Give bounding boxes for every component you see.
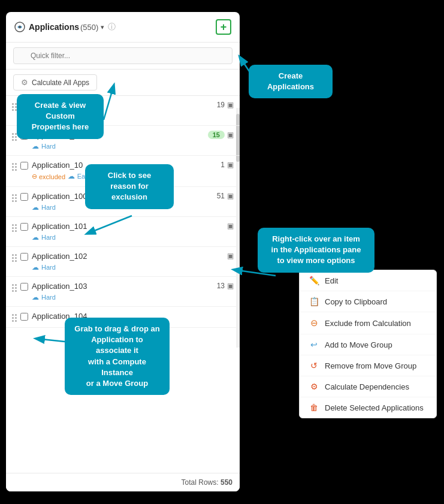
app-info: Application_103 ☁ Hard [32,282,217,301]
table-row: Application_101 ☁ Hard ▣ [6,217,240,247]
drag-handle[interactable] [12,254,17,262]
callout-custom: Create & viewCustomProperties here [17,94,104,139]
menu-label-remove-move: Remove from Move Group [325,361,416,370]
edit-icon: ✏️ [309,276,319,285]
table-row: Application_103 ☁ Hard 13 ▣ [6,277,240,307]
svg-point-1 [19,26,21,28]
cloud-icon: ☁ [32,293,39,301]
search-bar: 🔍 [6,43,240,70]
app-tag: ☁ Hard [32,203,56,212]
cloud-icon: ☁ [68,172,75,180]
app-count: 13 ▣ [217,282,234,290]
drag-handle[interactable] [12,163,17,171]
menu-item-exclude[interactable]: ⊖ Exclude from Calculation [300,312,436,334]
app-list: Application_9 ☁ Hard 19 ▣ Application_1 [6,96,240,458]
count-value: 1 [221,161,225,169]
server-icon: ▣ [227,101,234,109]
menu-item-calc-deps[interactable]: ⚙ Calculate Dependencies [300,376,436,397]
app-checkbox[interactable] [20,162,28,170]
app-count: 51 ▣ [217,192,234,200]
app-checkbox[interactable] [20,253,28,261]
count-value: 19 [217,101,225,109]
app-count: ▣ [227,252,234,260]
menu-label-edit: Edit [325,276,338,285]
menu-item-copy[interactable]: 📋 Copy to Clipboard [300,291,436,312]
menu-item-edit[interactable]: ✏️ Edit [300,270,436,291]
app-checkbox[interactable] [20,193,28,201]
total-rows-bar: Total Rows: 550 [6,473,240,491]
table-row: Application_102 ☁ Hard ▣ [6,247,240,277]
server-icon: ▣ [227,282,234,290]
callout-exclusion: Click to seereason forexclusion [85,164,174,209]
callout-rightclick: Right-click over an itemin the Applicati… [258,228,374,273]
copy-icon: 📋 [309,297,319,306]
server-icon: ▣ [227,252,234,260]
delete-icon: 🗑 [309,403,319,412]
app-count: 15 ▣ [208,131,234,139]
drag-handle[interactable] [12,314,17,322]
app-difficulty: Hard [41,294,56,301]
callout-create: CreateApplications [249,65,333,98]
callout-rightclick-text: Right-click over an itemin the Applicati… [271,234,361,265]
panel-title: Applications [29,22,79,32]
app-checkbox[interactable] [20,313,28,321]
callout-exclusion-text: Click to seereason forexclusion [108,171,151,201]
app-tag: ☁ Hard [32,263,56,271]
drag-handle[interactable] [12,133,17,141]
cloud-icon: ☁ [32,142,39,150]
info-icon[interactable]: ⓘ [108,22,116,32]
app-tag: ☁ Hard [32,142,56,150]
dropdown-arrow-icon[interactable]: ▾ [101,23,104,31]
callout-dragdrop: Grab to drag & drop anApplication to ass… [65,318,170,395]
menu-item-add-move[interactable]: ↩ Add to Move Group [300,334,436,355]
cloud-icon: ☁ [32,263,39,271]
count-badge: 15 [208,131,225,139]
app-count: 19 ▣ [217,101,234,109]
calc-all-label: Calculate All Apps [32,79,89,87]
excluded-tag[interactable]: ⊖ excluded [32,173,65,180]
app-tag: ☁ Hard [32,293,56,301]
drag-handle[interactable] [12,103,17,111]
app-count: ▣ [227,222,234,230]
app-tag: ☁ Hard [32,233,56,242]
menu-item-remove-move[interactable]: ↺ Remove from Move Group [300,355,436,376]
applications-panel: Applications (550) ▾ ⓘ + 🔍 ⚙ Calculate A… [6,12,240,491]
app-info: Application_102 ☁ Hard [32,252,227,271]
callout-custom-text: Create & viewCustomProperties here [32,101,89,131]
callout-dragdrop-text: Grab to drag & drop anApplication to ass… [74,324,159,388]
toolbar: ⚙ Calculate All Apps [6,70,240,96]
calc-deps-icon: ⚙ [309,382,319,391]
server-icon: ▣ [227,131,234,139]
exclude-icon: ⊖ [32,173,37,180]
app-count-label: (550) [80,23,98,32]
app-name: Application_102 [32,252,227,261]
cloud-icon: ☁ [32,233,39,242]
app-name: Application_103 [32,282,217,291]
calculate-all-button[interactable]: ⚙ Calculate All Apps [13,74,97,90]
app-checkbox[interactable] [20,283,28,291]
app-count: 1 ▣ [221,161,234,169]
panel-header: Applications (550) ▾ ⓘ + [6,12,240,43]
count-value: 51 [217,192,225,200]
drag-handle[interactable] [12,284,17,292]
total-rows-value: 550 [221,478,232,487]
calc-icon: ⚙ [21,78,28,87]
menu-label-add-move: Add to Move Group [325,340,392,349]
drag-handle[interactable] [12,224,17,232]
callout-create-text: CreateApplications [267,71,314,91]
menu-label-copy: Copy to Clipboard [325,297,387,306]
app-difficulty: Hard [41,234,56,241]
app-difficulty: Hard [41,204,56,211]
server-icon: ▣ [227,161,234,169]
add-application-button[interactable]: + [216,19,231,35]
app-difficulty: Hard [41,264,56,271]
apps-icon [14,22,25,32]
menu-item-delete[interactable]: 🗑 Delete Selected Applications [300,397,436,418]
drag-handle[interactable] [12,194,17,202]
add-move-icon: ↩ [309,340,319,349]
server-icon: ▣ [227,222,234,230]
app-name: Application_101 [32,222,227,231]
app-checkbox[interactable] [20,223,28,231]
menu-label-exclude: Exclude from Calculation [325,319,411,328]
search-input[interactable] [13,47,232,64]
